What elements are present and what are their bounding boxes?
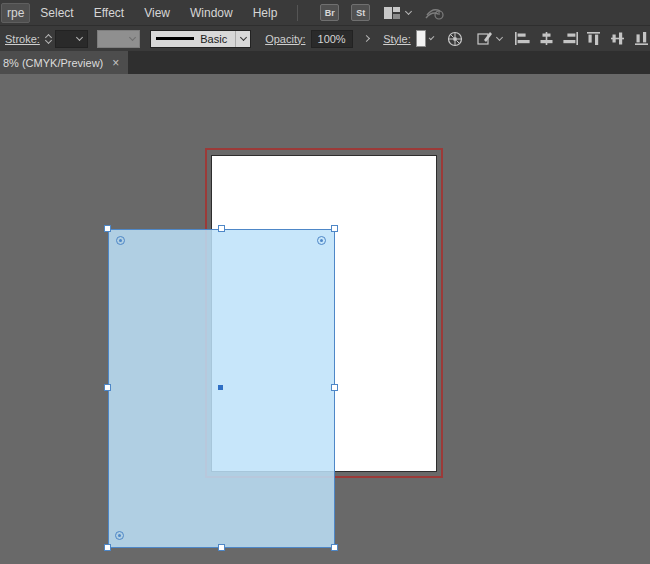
chevron-down-icon xyxy=(496,33,503,40)
shape-properties-icon xyxy=(477,31,494,46)
gpu-performance-button[interactable] xyxy=(425,6,445,20)
document-tab[interactable]: 8% (CMYK/Preview) × xyxy=(0,51,128,74)
menu-type[interactable]: rpe xyxy=(1,3,30,23)
graphic-style-swatch[interactable] xyxy=(416,30,426,47)
align-h-center-icon[interactable] xyxy=(539,32,554,45)
align-v-center-icon[interactable] xyxy=(611,32,626,45)
selection-handle-top-left[interactable] xyxy=(104,225,111,232)
align-buttons xyxy=(515,32,650,45)
divider xyxy=(297,5,298,21)
workspace-switcher-icon xyxy=(384,7,400,19)
chevron-right-icon xyxy=(363,35,370,42)
stroke-weight-stepper[interactable] xyxy=(46,35,51,43)
selection-handle-top-right[interactable] xyxy=(331,225,338,232)
brush-definition-dropdown[interactable]: Basic xyxy=(150,30,251,48)
menu-window[interactable]: Window xyxy=(180,3,243,23)
brush-chevron[interactable] xyxy=(235,31,250,47)
selection-handle-bottom-center[interactable] xyxy=(218,544,225,551)
stroke-weight-dropdown[interactable] xyxy=(55,30,89,48)
corner-radius-widget-bottom-left[interactable] xyxy=(115,531,124,540)
stroke-label[interactable]: Stroke: xyxy=(5,33,40,45)
menu-effect[interactable]: Effect xyxy=(84,3,134,23)
opacity-field[interactable]: 100% xyxy=(311,30,354,48)
brush-stroke-preview xyxy=(156,37,194,40)
menu-help[interactable]: Help xyxy=(243,3,288,23)
shape-properties-button[interactable] xyxy=(477,31,502,46)
workspace-switcher-button[interactable] xyxy=(384,7,411,19)
selection-handle-bottom-right[interactable] xyxy=(331,544,338,551)
width-profile-dropdown xyxy=(97,30,140,48)
menu-select[interactable]: Select xyxy=(30,3,83,23)
chevron-down-icon xyxy=(129,33,136,40)
align-bottom-icon[interactable] xyxy=(635,32,650,45)
center-point[interactable] xyxy=(218,385,223,390)
stock-button[interactable]: St xyxy=(351,4,370,21)
menu-bar: rpe Select Effect View Window Help Br St xyxy=(0,0,650,25)
corner-radius-widget-top-left[interactable] xyxy=(116,236,125,245)
style-label[interactable]: Style: xyxy=(383,33,411,45)
opacity-expand-button[interactable] xyxy=(361,33,372,44)
chevron-down-icon xyxy=(76,33,83,40)
opacity-label[interactable]: Opacity: xyxy=(265,33,305,45)
selection-handle-bottom-left[interactable] xyxy=(104,544,111,551)
align-left-icon[interactable] xyxy=(515,32,530,45)
recolor-artwork-button[interactable] xyxy=(447,31,463,47)
close-icon[interactable]: × xyxy=(112,57,119,69)
selection-handle-top-center[interactable] xyxy=(218,225,225,232)
brush-name: Basic xyxy=(200,33,235,45)
chevron-down-icon xyxy=(405,7,412,14)
selection-handle-mid-right[interactable] xyxy=(331,384,338,391)
corner-radius-widget-top-right[interactable] xyxy=(317,236,326,245)
gpu-performance-icon xyxy=(425,6,445,20)
menu-view[interactable]: View xyxy=(134,3,180,23)
selection-handle-mid-left[interactable] xyxy=(104,384,111,391)
chevron-down-icon xyxy=(240,33,247,40)
recolor-artwork-icon xyxy=(447,31,463,47)
align-top-icon[interactable] xyxy=(587,32,602,45)
control-bar: Stroke: Basic Opacity: 100% Style: xyxy=(0,25,650,51)
bridge-button[interactable]: Br xyxy=(320,4,339,21)
document-tab-bar: 8% (CMYK/Preview) × xyxy=(0,51,650,74)
document-tab-title: 8% (CMYK/Preview) xyxy=(3,57,103,69)
align-right-icon[interactable] xyxy=(563,32,578,45)
canvas-area[interactable] xyxy=(0,74,650,564)
chevron-down-icon[interactable] xyxy=(429,34,435,40)
